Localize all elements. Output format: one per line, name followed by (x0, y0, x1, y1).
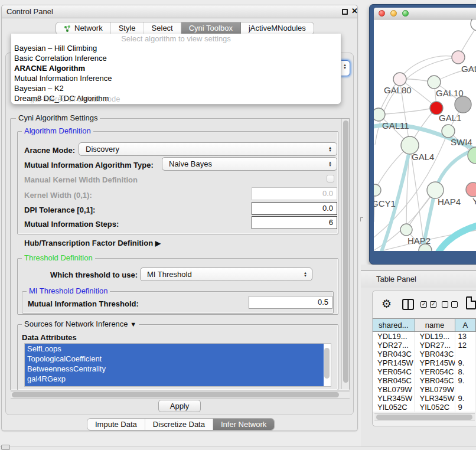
mac-close-icon[interactable] (379, 10, 385, 17)
network-node[interactable] (393, 73, 406, 86)
table-column-header[interactable]: A (455, 319, 476, 331)
table-row[interactable]: YER054CYER054C8. (373, 367, 476, 376)
mi-algorithm-type-combo[interactable]: Naive Bayes ▲▼ (162, 157, 337, 171)
tab-network-label: Network (74, 22, 103, 34)
tab-network[interactable]: Network (56, 22, 111, 34)
which-threshold-combo[interactable]: MI Threshold ▲▼ (140, 268, 312, 281)
settings-vscrollbar[interactable] (341, 119, 350, 389)
algorithm-option[interactable]: Bayesian – Hill Climbing (11, 43, 341, 53)
table-cell: 8. (455, 367, 476, 376)
network-node-label: SWI4 (451, 137, 472, 147)
network-node[interactable] (452, 51, 465, 64)
mac-zoom-icon[interactable] (402, 10, 409, 17)
mac-minimize-icon[interactable] (390, 10, 397, 17)
sources-group-title[interactable]: Sources for Network Inference ▼ (22, 320, 139, 328)
table-cell: YBR045C (415, 376, 455, 385)
data-attributes-list[interactable]: SelfLoopsTopologicalCoefficientBetweenne… (24, 343, 331, 387)
table-row[interactable]: YBL079WYBL079W (373, 385, 476, 394)
settings-hscrollbar[interactable] (11, 391, 350, 399)
algorithm-definition-title: Algorithm Definition (22, 127, 93, 135)
algorithm-option[interactable]: Mutual Information Inference (11, 73, 341, 83)
network-edge-highlighted[interactable] (439, 226, 476, 251)
table-cell: YIL052C (373, 403, 415, 412)
table-row[interactable]: YPR145WYPR145W9. (373, 358, 476, 367)
settings-hscrollbar-thumb[interactable] (12, 392, 339, 397)
network-icon (64, 25, 71, 32)
attribute-item-selected[interactable]: BetweennessCentrality (25, 364, 324, 374)
tab-jactivemnodules[interactable]: jActiveMNodules (241, 22, 314, 34)
tab-cyni-toolbox[interactable]: Cyni Toolbox (181, 22, 241, 34)
algorithm-option[interactable]: Basic Correlation Inference (11, 53, 341, 63)
network-edge[interactable] (379, 107, 436, 115)
data-attributes-label: Data Attributes (22, 333, 77, 342)
network-node[interactable] (374, 184, 381, 196)
table-row[interactable]: YDR27...YDR27...12 (373, 341, 476, 350)
table-cell: YBL079W (415, 385, 455, 394)
attribute-item-selected[interactable]: TopologicalCoefficient (25, 354, 324, 364)
network-node-label: GAL4 (412, 152, 434, 162)
tab-discretize-data[interactable]: Discretize Data (145, 419, 213, 430)
dpi-tolerance-field[interactable]: 0.0 (252, 202, 337, 215)
network-edge[interactable] (400, 56, 458, 79)
network-node[interactable] (427, 182, 444, 198)
table-cell: 9. (455, 394, 476, 403)
corner-panel-icon[interactable] (1, 445, 10, 450)
attribute-item-selected[interactable]: gal4RGexp (25, 374, 324, 384)
hub-definition-toggle[interactable]: Hub/Transcription Factor Definition ▶ (24, 239, 161, 247)
table-row[interactable]: YLR345WYLR345W9. (373, 394, 476, 403)
which-threshold-label: Which threshold to use: (50, 270, 138, 279)
dpi-tolerance-label: DPI Tolerance [0,1]: (24, 206, 95, 214)
tab-infer-network[interactable]: Infer Network (213, 419, 274, 430)
network-node[interactable] (428, 76, 441, 89)
stepper-arrows-icon: ▲▼ (343, 64, 347, 70)
tab-style[interactable]: Style (111, 22, 144, 34)
table-column-header[interactable]: name (415, 319, 455, 331)
mi-threshold-field[interactable]: 0.5 (249, 296, 332, 309)
split-columns-icon[interactable] (402, 299, 414, 310)
page-icon[interactable] (466, 296, 476, 309)
gear-icon[interactable]: ⚙ (382, 297, 392, 311)
network-node[interactable] (466, 182, 476, 197)
stepper-arrows-icon: ▲▼ (328, 146, 332, 152)
kernel-width-field[interactable]: 0.0 (252, 187, 337, 200)
mi-threshold-label: Mutual Information Threshold: (28, 299, 139, 308)
mi-steps-field[interactable]: 6 (252, 216, 337, 229)
table-hscrollbar-thumb[interactable] (376, 415, 472, 420)
network-node[interactable] (374, 108, 385, 121)
float-window-icon[interactable] (342, 9, 348, 15)
table-row[interactable]: YDL19...YDL19...13 (373, 332, 476, 341)
table-cell: 13 (455, 332, 476, 341)
network-node[interactable] (400, 224, 412, 236)
close-icon[interactable]: ✕ (351, 6, 358, 15)
tab-select[interactable]: Select (144, 22, 181, 34)
attributes-scrollbar-thumb[interactable] (324, 348, 330, 379)
tab-impute-data[interactable]: Impute Data (87, 419, 145, 430)
screenshot-root: Control Panel ✕ Network Style Select Cyn… (0, 0, 476, 450)
table-cell: YBR043C (415, 350, 455, 358)
table-row[interactable]: YBR043CYBR043C (373, 350, 476, 358)
table-column-header[interactable]: shared... (373, 319, 415, 331)
algorithm-option[interactable]: Bayesian – K2 (11, 83, 341, 93)
network-node[interactable] (471, 19, 476, 31)
algorithm-combo-placeholder[interactable]: Select algorithm to view settings (11, 34, 341, 43)
table-cell: YBR045C (373, 376, 415, 385)
checked-pair-icon[interactable]: ✓ ✓ (420, 301, 438, 308)
network-node[interactable] (442, 125, 455, 138)
settings-vscrollbar-thumb[interactable] (343, 120, 348, 383)
table-cell: 9. (455, 376, 476, 385)
table-row[interactable]: YBR045CYBR045C9. (373, 376, 476, 385)
apply-button[interactable]: Apply (158, 400, 201, 412)
panel-splitter-handle[interactable] (360, 217, 363, 221)
manual-kernel-checkbox[interactable] (327, 175, 334, 182)
network-canvas[interactable]: GALGAL80GAL10GAL1GAL11SWI4GAL4GCY1HAP4YH… (374, 19, 476, 251)
unchecked-pair-icon[interactable] (442, 301, 459, 308)
algorithm-option[interactable]: ARACNE Algorithm (11, 63, 341, 73)
table-row[interactable]: YIL052CYIL052C9 (373, 403, 476, 412)
network-node[interactable] (455, 96, 471, 113)
attribute-item-selected[interactable]: SelfLoops (25, 344, 324, 354)
mi-type-label: Mutual Information Algorithm Type: (24, 161, 154, 169)
settings-group-title: Cyni Algorithm Settings (16, 114, 100, 122)
aracne-mode-combo[interactable]: Discovery ▲▼ (79, 142, 337, 156)
table-hscrollbar[interactable] (374, 413, 475, 420)
network-window-titlebar[interactable] (374, 8, 476, 19)
